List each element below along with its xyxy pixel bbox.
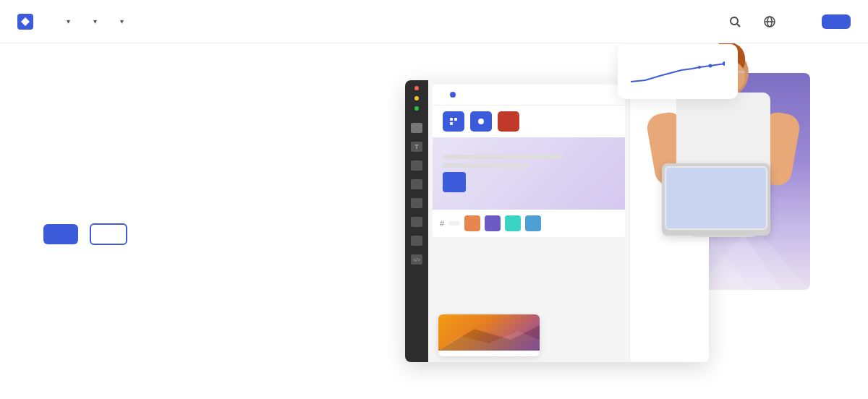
skeleton-line-1: [443, 155, 563, 159]
search-button[interactable]: [723, 10, 746, 33]
bottom-feature-card: [438, 314, 540, 356]
nav-actions: [723, 10, 851, 33]
editor-mockup: T </>: [405, 80, 709, 362]
svg-point-0: [731, 17, 738, 25]
chevron-down-icon: ▾: [67, 17, 70, 25]
svg-point-14: [478, 119, 484, 124]
hero-buttons: [43, 223, 405, 245]
svg-rect-11: [450, 118, 453, 121]
logo-icon: [17, 14, 33, 30]
svg-point-6: [709, 64, 712, 68]
color-swatch-blue[interactable]: [525, 215, 541, 231]
color-hex-value[interactable]: [448, 221, 460, 226]
sign-in-button[interactable]: [793, 16, 810, 27]
page-signup-btn[interactable]: [443, 172, 466, 192]
color-swatch-orange[interactable]: [464, 215, 480, 231]
tool-btn-delete[interactable]: [498, 111, 519, 132]
nav-pricing[interactable]: [135, 16, 153, 27]
color-swatch-teal[interactable]: [505, 215, 521, 231]
navbar: ▾ ▾ ▾: [0, 0, 868, 43]
page-hero-content: [433, 137, 625, 210]
elly-dot: [450, 92, 456, 98]
page-card: #: [433, 85, 625, 237]
start-trial-button[interactable]: [822, 14, 851, 29]
color-swatch-purple[interactable]: [485, 215, 501, 231]
language-button[interactable]: [758, 10, 781, 33]
conversion-chart: [631, 60, 725, 89]
hero-right: T </>: [405, 44, 825, 398]
canvas-area: #: [428, 80, 629, 362]
color-hash: #: [440, 219, 444, 228]
bottom-card-image: [438, 314, 540, 351]
hero-section: T </>: [0, 43, 868, 399]
bottom-card-text: [438, 351, 540, 356]
page-toolbar: [433, 106, 625, 137]
editor-toolbar: T </>: [405, 80, 428, 362]
skeleton-line-2: [443, 163, 529, 168]
try-free-button[interactable]: [90, 223, 127, 245]
logo[interactable]: [17, 14, 38, 30]
nav-product[interactable]: ▾: [55, 12, 79, 31]
right-panel: [629, 80, 709, 362]
chevron-down-icon: ▾: [120, 17, 124, 25]
svg-line-1: [737, 24, 740, 27]
svg-point-5: [723, 61, 725, 66]
hero-left: [43, 197, 405, 245]
conversion-rate-card: [618, 44, 738, 99]
chevron-down-icon: ▾: [93, 17, 97, 25]
tool-btn-1[interactable]: [443, 111, 464, 132]
explore-builder-button[interactable]: [43, 224, 78, 244]
svg-rect-12: [454, 118, 457, 121]
nav-links: ▾ ▾ ▾: [55, 12, 723, 31]
tool-btn-2[interactable]: [470, 111, 492, 132]
page-header: [433, 85, 625, 106]
color-section: #: [433, 210, 625, 237]
nav-resources[interactable]: ▾: [109, 12, 132, 31]
svg-rect-13: [450, 122, 453, 125]
svg-point-7: [698, 66, 701, 69]
color-palette: #: [440, 215, 618, 231]
nav-solutions[interactable]: ▾: [82, 12, 106, 31]
